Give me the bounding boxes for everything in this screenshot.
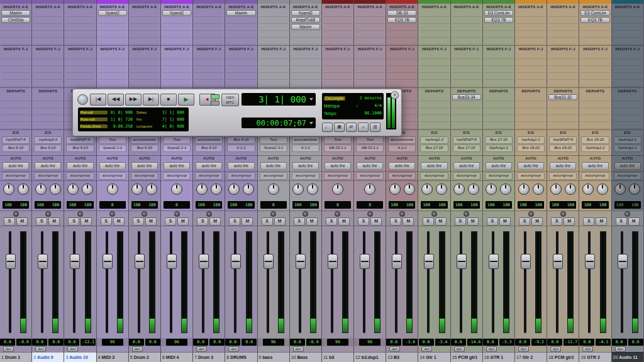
output-path-button[interactable]: Xpand2 1-1 [99, 145, 126, 152]
track-name-button[interactable]: 9bass [258, 352, 289, 362]
mute-button[interactable]: M [145, 217, 157, 226]
automation-mode-button[interactable]: auto lire [582, 162, 608, 170]
dyn-indicator[interactable]: dyn [196, 346, 207, 352]
mute-button[interactable]: M [628, 217, 640, 226]
pan-knob-left[interactable] [228, 184, 240, 195]
mute-button[interactable]: M [596, 217, 607, 226]
volume-fader[interactable] [360, 254, 370, 269]
group-button[interactable]: aucungroup [453, 172, 480, 180]
dyn-indicator[interactable]: dyn [3, 346, 14, 352]
input-path-button[interactable]: Tout [163, 136, 191, 144]
input-path-button[interactable]: Bus 17-18 [485, 136, 513, 144]
automation-mode-button[interactable]: auto lire [35, 162, 61, 170]
pan-knob-left[interactable] [453, 184, 465, 195]
solo-button[interactable]: S [101, 217, 112, 226]
track-name-button[interactable]: 8DRUMS [225, 352, 257, 362]
automation-mode-button[interactable]: auto lire [357, 162, 383, 170]
mute-button[interactable]: M [48, 217, 60, 226]
output-path-button[interactable]: A 1-2 [292, 145, 319, 152]
group-button[interactable]: aucungroup [66, 172, 94, 180]
solo-button[interactable]: S [551, 217, 562, 226]
automation-mode-button[interactable]: auto lire [196, 162, 222, 170]
group-button[interactable]: aucungroup [388, 172, 416, 180]
mute-button[interactable]: M [370, 217, 382, 226]
insert-button[interactable]: EQ3 7B [387, 17, 416, 23]
pan-knob-left[interactable] [550, 184, 562, 195]
volume-fader[interactable] [38, 254, 48, 269]
record-arm-button[interactable] [431, 211, 437, 217]
volume-fader[interactable] [167, 254, 177, 269]
pan-knob-right[interactable] [50, 184, 61, 195]
sub-counter[interactable]: 00:00:07;07 [242, 118, 316, 128]
pan-knob[interactable] [332, 184, 343, 195]
return-to-zero-button[interactable]: |◀ [90, 94, 106, 106]
output-path-button[interactable]: A 1-2 [388, 145, 416, 152]
volume-fader[interactable] [424, 254, 434, 269]
group-button[interactable]: aucungroup [581, 172, 609, 180]
volume-fader[interactable] [231, 254, 241, 269]
record-arm-button[interactable] [206, 211, 212, 217]
dyn-indicator[interactable]: dyn [293, 346, 304, 352]
group-button[interactable]: aucungroup [420, 172, 448, 180]
output-path-button[interactable]: OptAnlg1-2 [581, 145, 609, 152]
automation-mode-button[interactable]: auto lire [550, 162, 576, 170]
pan-knob-left[interactable] [486, 184, 497, 195]
volume-fader[interactable] [521, 254, 531, 269]
pan-knob-left[interactable] [67, 184, 79, 195]
stop-button[interactable]: ■ [160, 94, 177, 106]
mute-button[interactable]: M [531, 217, 543, 226]
output-path-button[interactable]: OptAnlg1-2 [614, 145, 641, 152]
volume-fader[interactable] [135, 254, 145, 269]
group-button[interactable]: aucungroup [163, 172, 191, 180]
record-arm-button[interactable] [174, 211, 180, 217]
automation-mode-button[interactable]: auto lire [3, 162, 29, 170]
pan-knob-left[interactable] [292, 184, 304, 195]
record-arm-button[interactable] [13, 211, 19, 217]
solo-button[interactable]: S [262, 217, 273, 226]
mute-button[interactable]: M [177, 217, 189, 226]
solo-button[interactable]: S [36, 217, 47, 226]
pan-knob-right[interactable] [436, 184, 447, 195]
record-arm-button[interactable] [142, 211, 147, 217]
track-name-button[interactable]: 14Gtr 1 [418, 352, 450, 362]
mute-button[interactable]: M [209, 217, 221, 226]
count-off-value[interactable]: 2 mesures [360, 96, 382, 101]
input-path-button[interactable]: Bus 9-10 [227, 136, 255, 144]
dyn-indicator[interactable]: dyn [132, 346, 143, 352]
gen-mtc-button[interactable]: GEN MTC [221, 94, 239, 106]
track-name-button[interactable]: 11b3 [322, 352, 353, 362]
record-arm-button[interactable] [77, 211, 83, 217]
solo-button[interactable]: S [358, 217, 369, 226]
automation-mode-button[interactable]: auto lire [614, 162, 641, 170]
volume-fader[interactable] [264, 254, 274, 269]
track-name-button[interactable]: 17Gtr 2 [515, 352, 547, 362]
pan-knob-right[interactable] [500, 184, 511, 195]
input-path-button[interactable]: Bus 19-20 [581, 136, 609, 144]
automation-mode-button[interactable]: auto lire [260, 162, 287, 170]
wait-for-note-icon[interactable]: ♪ [358, 123, 369, 132]
track-name-button[interactable]: 1Drum 1 [0, 352, 31, 362]
output-path-button[interactable]: OptAnlg1-2 [485, 145, 513, 152]
group-button[interactable]: aucungroup [549, 172, 577, 180]
volume-fader[interactable] [70, 254, 80, 269]
pan-knob-left[interactable] [3, 184, 14, 195]
automation-mode-button[interactable]: auto lire [486, 162, 512, 170]
pan-knob-left[interactable] [421, 184, 433, 195]
pan-knob[interactable] [268, 184, 279, 195]
insert-button[interactable]: ChnlStrp [1, 17, 30, 23]
group-button[interactable]: aucungroup [485, 172, 513, 180]
pan-knob-right[interactable] [18, 184, 29, 195]
output-path-button[interactable]: Xpand2 3-1 [260, 145, 287, 152]
mute-button[interactable]: M [16, 217, 28, 226]
record-arm-button[interactable] [399, 211, 405, 217]
count-off-button[interactable]: Décompte [324, 96, 345, 101]
solo-button[interactable]: S [487, 217, 498, 226]
record-arm-button[interactable] [335, 211, 340, 217]
count-off-icon[interactable]: ▦ [334, 123, 345, 132]
track-name-button[interactable]: 6MIDI 4 [161, 352, 192, 362]
end-value[interactable]: 7| 1| 000 [159, 117, 184, 122]
rewind-button[interactable]: ◀◀ [108, 94, 124, 106]
automation-mode-button[interactable]: auto lire [292, 162, 319, 170]
solo-button[interactable]: S [197, 217, 208, 226]
pan-knob-right[interactable] [533, 184, 544, 195]
